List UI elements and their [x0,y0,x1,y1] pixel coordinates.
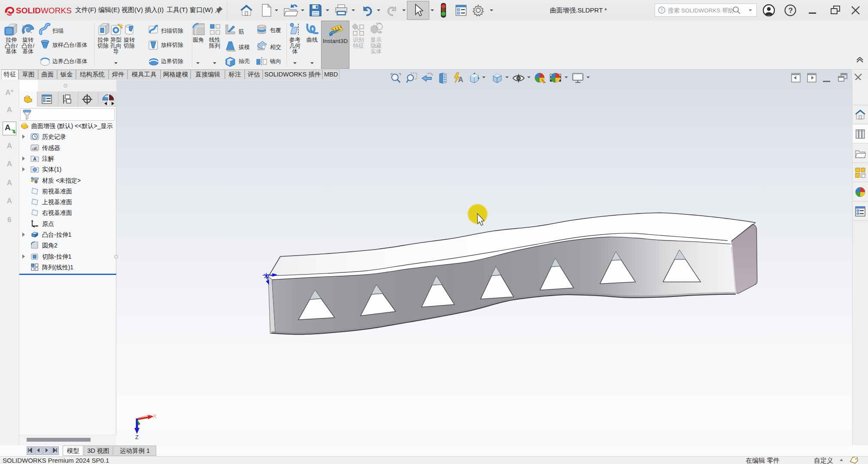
svg-text:A: A [33,156,36,162]
svg-text:Z: Z [135,434,139,440]
svg-text:SOLIDWORKS: SOLIDWORKS [16,6,72,15]
svg-text:?: ? [660,8,663,13]
svg-text:X: X [153,413,157,419]
svg-text:?: ? [789,6,793,15]
